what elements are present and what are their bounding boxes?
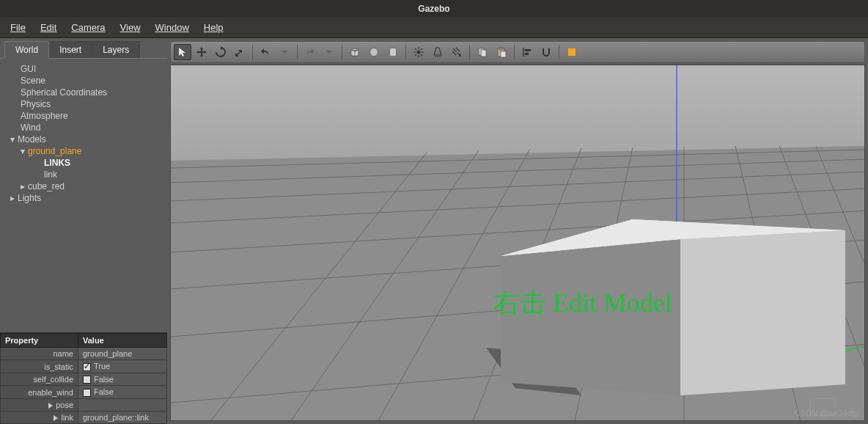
scene-render bbox=[171, 65, 865, 421]
svg-line-9 bbox=[421, 54, 422, 56]
tree-item-links-header: LINKS bbox=[7, 157, 163, 169]
svg-marker-49 bbox=[501, 239, 680, 395]
point-light-button[interactable] bbox=[410, 44, 427, 60]
insert-cylinder-button[interactable] bbox=[384, 44, 402, 60]
properties-panel: Property Value name ground_plane is_stat… bbox=[0, 332, 167, 424]
chevron-right-icon bbox=[54, 415, 58, 421]
spot-light-button[interactable] bbox=[429, 44, 446, 60]
tree-item-atmosphere[interactable]: Atmosphere bbox=[7, 110, 163, 122]
svg-rect-21 bbox=[499, 48, 503, 50]
menu-camera[interactable]: Camera bbox=[64, 19, 112, 36]
watermark-text: CSDN @we34dfg bbox=[795, 409, 858, 417]
svg-rect-26 bbox=[568, 48, 575, 56]
left-panel: World Insert Layers GUI Scene Spherical … bbox=[0, 38, 167, 424]
tree-item-models[interactable]: ▾Models bbox=[7, 134, 163, 145]
svg-rect-22 bbox=[501, 51, 506, 57]
rotate-tool-button[interactable] bbox=[212, 44, 229, 60]
redo-button[interactable] bbox=[301, 44, 319, 60]
properties-header-property: Property bbox=[1, 334, 78, 348]
main-toolbar bbox=[170, 41, 865, 63]
svg-rect-19 bbox=[481, 50, 486, 56]
svg-line-10 bbox=[421, 48, 422, 50]
prop-row-name[interactable]: name ground_plane bbox=[1, 348, 167, 360]
insert-sphere-button[interactable] bbox=[365, 44, 383, 60]
toolbar-separator bbox=[514, 45, 515, 59]
menu-edit[interactable]: Edit bbox=[33, 19, 64, 36]
checkbox-icon[interactable] bbox=[83, 389, 91, 397]
toolbar-separator bbox=[559, 45, 559, 59]
undo-dropdown-button[interactable] bbox=[276, 44, 293, 60]
redo-dropdown-button[interactable] bbox=[320, 44, 338, 60]
3d-viewport[interactable]: 右击 Edit Model CSDN @we34dfg bbox=[170, 65, 865, 421]
paste-button[interactable] bbox=[493, 44, 510, 60]
svg-marker-50 bbox=[680, 230, 845, 395]
chevron-down-icon: ▾ bbox=[10, 134, 18, 145]
panel-tabs: World Insert Layers bbox=[4, 41, 167, 59]
chevron-right-icon bbox=[48, 403, 53, 409]
world-tree[interactable]: GUI Scene Spherical Coordinates Physics … bbox=[0, 58, 167, 332]
tree-item-gui[interactable]: GUI bbox=[7, 63, 163, 75]
toolbar-separator bbox=[342, 45, 342, 59]
view-angle-button[interactable] bbox=[563, 44, 581, 60]
checkbox-icon[interactable] bbox=[83, 376, 91, 384]
svg-line-11 bbox=[415, 54, 416, 56]
chevron-right-icon: ▸ bbox=[21, 181, 28, 191]
svg-line-15 bbox=[453, 48, 457, 52]
svg-point-3 bbox=[417, 51, 421, 54]
prop-row-self-collide[interactable]: self_collide False bbox=[1, 373, 167, 386]
window-title: Gazebo bbox=[418, 4, 449, 14]
tree-item-physics[interactable]: Physics bbox=[7, 98, 163, 110]
move-tool-button[interactable] bbox=[193, 44, 210, 60]
tree-item-lights[interactable]: ▸Lights bbox=[7, 192, 163, 204]
tab-world[interactable]: World bbox=[4, 41, 49, 59]
scale-tool-button[interactable] bbox=[231, 44, 249, 60]
svg-rect-25 bbox=[525, 53, 529, 55]
chevron-down-icon: ▾ bbox=[21, 146, 28, 156]
tab-insert[interactable]: Insert bbox=[48, 41, 92, 59]
toolbar-separator bbox=[297, 45, 298, 59]
menu-window[interactable]: Window bbox=[148, 19, 196, 36]
toolbar-separator bbox=[469, 45, 470, 59]
properties-header-value: Value bbox=[78, 334, 167, 348]
undo-button[interactable] bbox=[257, 44, 274, 60]
svg-point-0 bbox=[370, 48, 378, 56]
toolbar-separator bbox=[405, 45, 406, 59]
menu-bar: File Edit Camera View Window Help bbox=[0, 18, 868, 38]
snap-button[interactable] bbox=[537, 44, 555, 60]
tree-item-scene[interactable]: Scene bbox=[7, 75, 163, 87]
tree-item-ground-plane[interactable]: ▾ground_plane bbox=[7, 145, 163, 157]
tree-item-cube-red[interactable]: ▸cube_red bbox=[7, 180, 163, 192]
insert-box-button[interactable] bbox=[346, 44, 364, 60]
select-tool-button[interactable] bbox=[174, 44, 191, 60]
menu-file[interactable]: File bbox=[3, 19, 33, 36]
svg-rect-24 bbox=[525, 49, 531, 51]
toolbar-separator bbox=[252, 45, 253, 59]
svg-line-17 bbox=[452, 51, 456, 55]
chevron-right-icon: ▸ bbox=[10, 193, 18, 203]
prop-row-link[interactable]: link ground_plane::link bbox=[1, 412, 167, 424]
prop-row-pose[interactable]: pose bbox=[1, 399, 167, 412]
prop-row-is-static[interactable]: is_static True bbox=[1, 360, 167, 373]
tree-item-wind[interactable]: Wind bbox=[7, 122, 163, 134]
directional-light-button[interactable] bbox=[448, 44, 466, 60]
copy-button[interactable] bbox=[474, 44, 491, 60]
checkbox-icon[interactable] bbox=[83, 363, 91, 371]
align-button[interactable] bbox=[518, 44, 536, 60]
svg-line-16 bbox=[456, 48, 460, 51]
tree-item-link[interactable]: link bbox=[7, 169, 163, 180]
tree-item-spherical[interactable]: Spherical Coordinates bbox=[7, 87, 163, 98]
svg-line-8 bbox=[415, 48, 416, 50]
tab-layers[interactable]: Layers bbox=[92, 41, 140, 59]
svg-rect-27 bbox=[171, 65, 865, 161]
menu-help[interactable]: Help bbox=[196, 19, 231, 36]
menu-view[interactable]: View bbox=[113, 19, 148, 36]
prop-row-enable-wind[interactable]: enable_wind False bbox=[1, 386, 167, 399]
window-titlebar: Gazebo bbox=[0, 0, 868, 18]
